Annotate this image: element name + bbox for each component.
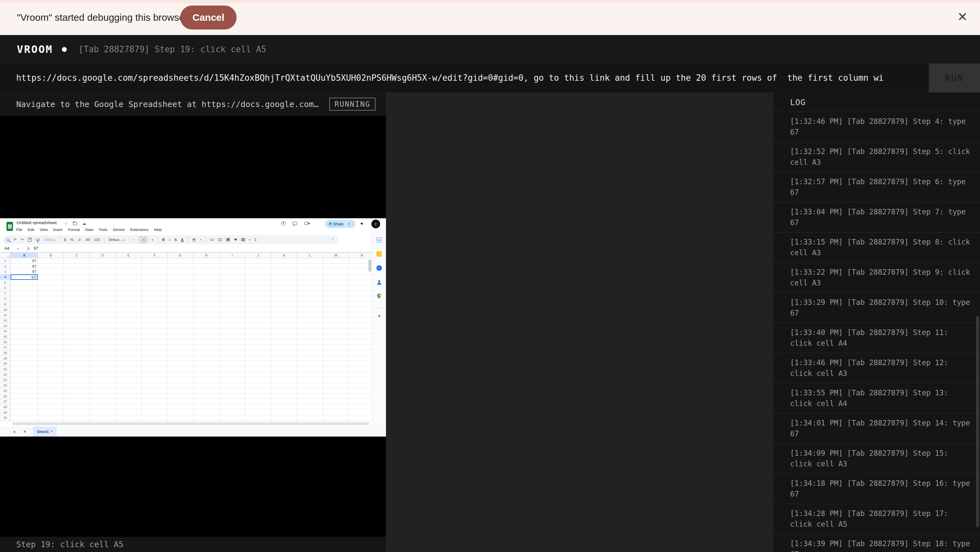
cell-L12[interactable] xyxy=(297,318,323,323)
cell-B3[interactable] xyxy=(38,269,64,274)
cell-B10[interactable] xyxy=(38,307,64,312)
cancel-button[interactable]: Cancel xyxy=(180,5,237,30)
cell-F27[interactable] xyxy=(142,399,167,404)
cell-C7[interactable] xyxy=(64,290,90,296)
cell-M13[interactable] xyxy=(323,323,349,329)
cell-C27[interactable] xyxy=(64,399,90,404)
cell-A17[interactable] xyxy=(11,345,38,350)
cell-C23[interactable] xyxy=(64,377,90,383)
cell-B19[interactable] xyxy=(38,356,64,361)
cell-I3[interactable] xyxy=(220,269,245,274)
cell-G21[interactable] xyxy=(167,367,194,372)
row-header-25[interactable]: 25 xyxy=(0,388,11,394)
cell-B28[interactable] xyxy=(38,404,64,410)
cell-G13[interactable] xyxy=(167,323,194,329)
cell-G25[interactable] xyxy=(167,388,194,394)
menu-item-insert[interactable]: Insert xyxy=(53,228,62,231)
cell-A28[interactable] xyxy=(11,404,38,410)
cell-K24[interactable] xyxy=(271,383,297,388)
cell-H13[interactable] xyxy=(194,323,220,329)
cell-H15[interactable] xyxy=(194,334,220,340)
cell-E30[interactable] xyxy=(116,415,142,421)
cell-D3[interactable] xyxy=(90,269,116,274)
cell-N5[interactable] xyxy=(349,280,372,286)
row-header-30[interactable]: 30 xyxy=(0,415,11,421)
cell-N19[interactable] xyxy=(349,356,372,361)
cell-E29[interactable] xyxy=(116,410,142,415)
row-header-26[interactable]: 26 xyxy=(0,393,11,399)
cell-D28[interactable] xyxy=(90,404,116,410)
cell-K20[interactable] xyxy=(271,361,297,367)
cell-M7[interactable] xyxy=(323,290,349,296)
cell-I15[interactable] xyxy=(220,334,245,340)
cell-A3[interactable]: 67 xyxy=(11,269,38,274)
cell-H17[interactable] xyxy=(194,345,220,350)
cell-F4[interactable] xyxy=(142,274,167,280)
cell-I14[interactable] xyxy=(220,329,245,334)
cell-N25[interactable] xyxy=(349,388,372,394)
cell-E19[interactable] xyxy=(116,356,142,361)
cell-M23[interactable] xyxy=(323,377,349,383)
row-header-18[interactable]: 18 xyxy=(0,350,11,356)
cell-C3[interactable] xyxy=(64,269,90,274)
cell-I28[interactable] xyxy=(220,404,245,410)
cell-K30[interactable] xyxy=(271,415,297,421)
cell-J16[interactable] xyxy=(245,339,271,345)
cell-F22[interactable] xyxy=(142,372,167,377)
cell-E27[interactable] xyxy=(116,399,142,404)
all-sheets-icon[interactable]: ≡ xyxy=(24,429,26,434)
insert-comment-icon[interactable]: + xyxy=(218,238,222,241)
cell-C11[interactable] xyxy=(64,312,90,318)
row-header-10[interactable]: 10 xyxy=(0,307,11,312)
row-header-27[interactable]: 27 xyxy=(0,399,11,404)
cell-I22[interactable] xyxy=(220,372,245,377)
cell-C17[interactable] xyxy=(64,345,90,350)
cell-E8[interactable] xyxy=(116,296,142,302)
cell-M20[interactable] xyxy=(323,361,349,367)
cell-C2[interactable] xyxy=(64,264,90,269)
column-header-B[interactable]: B xyxy=(38,252,64,258)
cell-K6[interactable] xyxy=(271,285,297,290)
cell-H4[interactable] xyxy=(194,274,220,280)
cell-C21[interactable] xyxy=(64,367,90,372)
cell-F20[interactable] xyxy=(142,361,167,367)
cell-L14[interactable] xyxy=(297,329,323,334)
cell-E22[interactable] xyxy=(116,372,142,377)
cell-E5[interactable] xyxy=(116,280,142,286)
menu-item-gemini[interactable]: Gemini xyxy=(113,228,124,231)
cell-K23[interactable] xyxy=(271,377,297,383)
run-button[interactable]: RUN xyxy=(929,64,980,93)
name-box[interactable]: A4 xyxy=(0,246,17,251)
cell-D27[interactable] xyxy=(90,399,116,404)
functions-button[interactable]: Σ xyxy=(255,238,257,242)
cell-A7[interactable] xyxy=(11,290,38,296)
cell-C10[interactable] xyxy=(64,307,90,312)
cell-H16[interactable] xyxy=(194,339,220,345)
menu-item-tools[interactable]: Tools xyxy=(99,228,108,231)
cell-K26[interactable] xyxy=(271,393,297,399)
cell-D11[interactable] xyxy=(90,312,116,318)
column-header-I[interactable]: I xyxy=(220,252,245,258)
sheet-tab-caret-icon[interactable]: ▼ xyxy=(51,431,53,432)
comments-icon[interactable] xyxy=(293,222,297,225)
cell-B24[interactable] xyxy=(38,383,64,388)
cell-N13[interactable] xyxy=(349,323,372,329)
cell-F12[interactable] xyxy=(142,318,167,323)
cell-C24[interactable] xyxy=(64,383,90,388)
cell-J23[interactable] xyxy=(245,377,271,383)
cell-A8[interactable] xyxy=(11,296,38,302)
cell-D22[interactable] xyxy=(90,372,116,377)
cell-K18[interactable] xyxy=(271,350,297,356)
keep-icon[interactable] xyxy=(377,251,382,257)
column-header-G[interactable]: G xyxy=(167,252,194,258)
share-caret-icon[interactable]: ▾ xyxy=(348,222,350,225)
row-header-31[interactable]: 31 xyxy=(0,421,11,422)
cell-J2[interactable] xyxy=(245,264,271,269)
cell-E25[interactable] xyxy=(116,388,142,394)
cell-L3[interactable] xyxy=(297,269,323,274)
cell-F24[interactable] xyxy=(142,383,167,388)
cell-M8[interactable] xyxy=(323,296,349,302)
cell-B8[interactable] xyxy=(38,296,64,302)
cell-L29[interactable] xyxy=(297,410,323,415)
cell-H29[interactable] xyxy=(194,410,220,415)
